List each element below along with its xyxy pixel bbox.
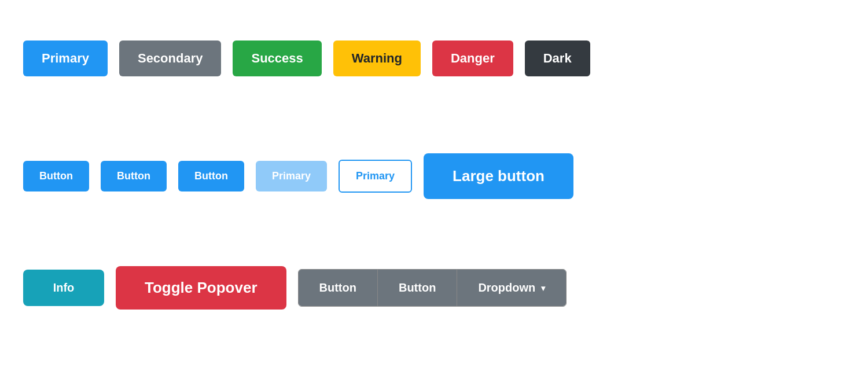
button-row-misc: Info Toggle Popover Button Button Dropdo…: [0, 266, 590, 310]
button-blue-2[interactable]: Button: [101, 161, 167, 192]
button-blue-1[interactable]: Button: [23, 161, 89, 192]
group-dropdown-button[interactable]: Dropdown ▾: [457, 270, 566, 306]
danger-button[interactable]: Danger: [432, 40, 513, 76]
group-button-2[interactable]: Button: [378, 270, 457, 306]
chevron-down-icon: ▾: [541, 283, 545, 293]
group-dropdown-label: Dropdown: [478, 281, 535, 294]
secondary-button[interactable]: Secondary: [119, 40, 222, 76]
success-button[interactable]: Success: [233, 40, 321, 76]
primary-button[interactable]: Primary: [23, 40, 108, 76]
button-group: Button Button Dropdown ▾: [298, 269, 567, 307]
toggle-popover-button[interactable]: Toggle Popover: [116, 266, 286, 310]
dark-button[interactable]: Dark: [525, 40, 590, 76]
group-button-1[interactable]: Button: [299, 270, 378, 306]
button-row-variants: Primary Secondary Success Warning Danger…: [0, 40, 613, 76]
primary-outline-button[interactable]: Primary: [339, 160, 412, 193]
button-blue-3[interactable]: Button: [178, 161, 244, 192]
warning-button[interactable]: Warning: [333, 40, 421, 76]
large-button[interactable]: Large button: [424, 153, 573, 199]
info-button[interactable]: Info: [23, 270, 104, 306]
button-row-sizes: Button Button Button Primary Primary Lar…: [0, 153, 597, 199]
primary-light-button[interactable]: Primary: [256, 161, 327, 192]
